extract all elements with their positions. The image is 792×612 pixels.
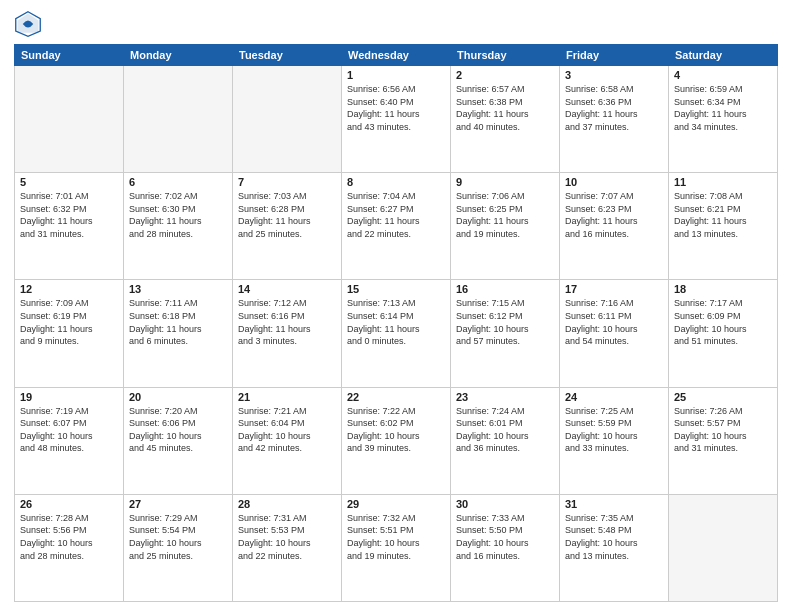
day-number: 21 <box>238 391 336 403</box>
day-info: Sunrise: 7:35 AM Sunset: 5:48 PM Dayligh… <box>565 512 663 562</box>
calendar-cell <box>15 66 124 173</box>
logo-icon <box>14 10 42 38</box>
page: SundayMondayTuesdayWednesdayThursdayFrid… <box>0 0 792 612</box>
day-number: 4 <box>674 69 772 81</box>
calendar-cell: 19Sunrise: 7:19 AM Sunset: 6:07 PM Dayli… <box>15 387 124 494</box>
day-info: Sunrise: 7:29 AM Sunset: 5:54 PM Dayligh… <box>129 512 227 562</box>
calendar-cell: 6Sunrise: 7:02 AM Sunset: 6:30 PM Daylig… <box>124 173 233 280</box>
calendar-cell: 26Sunrise: 7:28 AM Sunset: 5:56 PM Dayli… <box>15 494 124 601</box>
calendar-cell: 14Sunrise: 7:12 AM Sunset: 6:16 PM Dayli… <box>233 280 342 387</box>
day-number: 20 <box>129 391 227 403</box>
calendar-cell: 31Sunrise: 7:35 AM Sunset: 5:48 PM Dayli… <box>560 494 669 601</box>
day-number: 26 <box>20 498 118 510</box>
day-info: Sunrise: 7:06 AM Sunset: 6:25 PM Dayligh… <box>456 190 554 240</box>
day-info: Sunrise: 7:22 AM Sunset: 6:02 PM Dayligh… <box>347 405 445 455</box>
calendar-cell: 17Sunrise: 7:16 AM Sunset: 6:11 PM Dayli… <box>560 280 669 387</box>
calendar-cell: 25Sunrise: 7:26 AM Sunset: 5:57 PM Dayli… <box>669 387 778 494</box>
calendar-cell: 28Sunrise: 7:31 AM Sunset: 5:53 PM Dayli… <box>233 494 342 601</box>
day-info: Sunrise: 7:28 AM Sunset: 5:56 PM Dayligh… <box>20 512 118 562</box>
calendar-table: SundayMondayTuesdayWednesdayThursdayFrid… <box>14 44 778 602</box>
calendar-cell: 10Sunrise: 7:07 AM Sunset: 6:23 PM Dayli… <box>560 173 669 280</box>
calendar-cell: 12Sunrise: 7:09 AM Sunset: 6:19 PM Dayli… <box>15 280 124 387</box>
day-number: 3 <box>565 69 663 81</box>
day-info: Sunrise: 7:11 AM Sunset: 6:18 PM Dayligh… <box>129 297 227 347</box>
calendar-cell: 16Sunrise: 7:15 AM Sunset: 6:12 PM Dayli… <box>451 280 560 387</box>
day-info: Sunrise: 7:09 AM Sunset: 6:19 PM Dayligh… <box>20 297 118 347</box>
day-number: 17 <box>565 283 663 295</box>
weekday-header-wednesday: Wednesday <box>342 45 451 66</box>
header <box>14 10 778 38</box>
day-number: 23 <box>456 391 554 403</box>
day-number: 24 <box>565 391 663 403</box>
day-info: Sunrise: 6:59 AM Sunset: 6:34 PM Dayligh… <box>674 83 772 133</box>
day-info: Sunrise: 7:31 AM Sunset: 5:53 PM Dayligh… <box>238 512 336 562</box>
day-info: Sunrise: 7:15 AM Sunset: 6:12 PM Dayligh… <box>456 297 554 347</box>
day-info: Sunrise: 7:17 AM Sunset: 6:09 PM Dayligh… <box>674 297 772 347</box>
day-number: 10 <box>565 176 663 188</box>
day-number: 30 <box>456 498 554 510</box>
day-info: Sunrise: 7:01 AM Sunset: 6:32 PM Dayligh… <box>20 190 118 240</box>
calendar-week-row: 12Sunrise: 7:09 AM Sunset: 6:19 PM Dayli… <box>15 280 778 387</box>
day-info: Sunrise: 7:04 AM Sunset: 6:27 PM Dayligh… <box>347 190 445 240</box>
calendar-cell: 30Sunrise: 7:33 AM Sunset: 5:50 PM Dayli… <box>451 494 560 601</box>
weekday-header-tuesday: Tuesday <box>233 45 342 66</box>
calendar-cell: 20Sunrise: 7:20 AM Sunset: 6:06 PM Dayli… <box>124 387 233 494</box>
day-number: 7 <box>238 176 336 188</box>
calendar-week-row: 19Sunrise: 7:19 AM Sunset: 6:07 PM Dayli… <box>15 387 778 494</box>
calendar-cell <box>124 66 233 173</box>
day-number: 27 <box>129 498 227 510</box>
day-info: Sunrise: 6:57 AM Sunset: 6:38 PM Dayligh… <box>456 83 554 133</box>
calendar-cell: 13Sunrise: 7:11 AM Sunset: 6:18 PM Dayli… <box>124 280 233 387</box>
day-number: 5 <box>20 176 118 188</box>
calendar-cell: 29Sunrise: 7:32 AM Sunset: 5:51 PM Dayli… <box>342 494 451 601</box>
calendar-cell: 15Sunrise: 7:13 AM Sunset: 6:14 PM Dayli… <box>342 280 451 387</box>
day-number: 16 <box>456 283 554 295</box>
calendar-cell: 11Sunrise: 7:08 AM Sunset: 6:21 PM Dayli… <box>669 173 778 280</box>
day-number: 8 <box>347 176 445 188</box>
calendar-cell: 21Sunrise: 7:21 AM Sunset: 6:04 PM Dayli… <box>233 387 342 494</box>
calendar-week-row: 1Sunrise: 6:56 AM Sunset: 6:40 PM Daylig… <box>15 66 778 173</box>
day-info: Sunrise: 7:02 AM Sunset: 6:30 PM Dayligh… <box>129 190 227 240</box>
day-number: 14 <box>238 283 336 295</box>
day-number: 15 <box>347 283 445 295</box>
weekday-header-saturday: Saturday <box>669 45 778 66</box>
calendar-week-row: 5Sunrise: 7:01 AM Sunset: 6:32 PM Daylig… <box>15 173 778 280</box>
day-info: Sunrise: 7:08 AM Sunset: 6:21 PM Dayligh… <box>674 190 772 240</box>
calendar-cell: 22Sunrise: 7:22 AM Sunset: 6:02 PM Dayli… <box>342 387 451 494</box>
calendar-cell <box>669 494 778 601</box>
day-info: Sunrise: 7:07 AM Sunset: 6:23 PM Dayligh… <box>565 190 663 240</box>
day-info: Sunrise: 7:13 AM Sunset: 6:14 PM Dayligh… <box>347 297 445 347</box>
calendar-cell: 8Sunrise: 7:04 AM Sunset: 6:27 PM Daylig… <box>342 173 451 280</box>
day-info: Sunrise: 7:21 AM Sunset: 6:04 PM Dayligh… <box>238 405 336 455</box>
day-info: Sunrise: 7:20 AM Sunset: 6:06 PM Dayligh… <box>129 405 227 455</box>
day-number: 19 <box>20 391 118 403</box>
day-number: 11 <box>674 176 772 188</box>
weekday-header-thursday: Thursday <box>451 45 560 66</box>
calendar-cell: 18Sunrise: 7:17 AM Sunset: 6:09 PM Dayli… <box>669 280 778 387</box>
logo <box>14 10 46 38</box>
weekday-header-sunday: Sunday <box>15 45 124 66</box>
calendar-cell <box>233 66 342 173</box>
calendar-cell: 4Sunrise: 6:59 AM Sunset: 6:34 PM Daylig… <box>669 66 778 173</box>
day-info: Sunrise: 7:12 AM Sunset: 6:16 PM Dayligh… <box>238 297 336 347</box>
calendar-cell: 3Sunrise: 6:58 AM Sunset: 6:36 PM Daylig… <box>560 66 669 173</box>
day-info: Sunrise: 7:16 AM Sunset: 6:11 PM Dayligh… <box>565 297 663 347</box>
weekday-header-friday: Friday <box>560 45 669 66</box>
calendar-cell: 1Sunrise: 6:56 AM Sunset: 6:40 PM Daylig… <box>342 66 451 173</box>
day-info: Sunrise: 7:26 AM Sunset: 5:57 PM Dayligh… <box>674 405 772 455</box>
day-number: 28 <box>238 498 336 510</box>
day-info: Sunrise: 7:24 AM Sunset: 6:01 PM Dayligh… <box>456 405 554 455</box>
day-number: 1 <box>347 69 445 81</box>
calendar-cell: 7Sunrise: 7:03 AM Sunset: 6:28 PM Daylig… <box>233 173 342 280</box>
calendar-cell: 24Sunrise: 7:25 AM Sunset: 5:59 PM Dayli… <box>560 387 669 494</box>
calendar-cell: 23Sunrise: 7:24 AM Sunset: 6:01 PM Dayli… <box>451 387 560 494</box>
day-number: 18 <box>674 283 772 295</box>
calendar-cell: 27Sunrise: 7:29 AM Sunset: 5:54 PM Dayli… <box>124 494 233 601</box>
day-number: 29 <box>347 498 445 510</box>
day-number: 9 <box>456 176 554 188</box>
day-number: 31 <box>565 498 663 510</box>
day-info: Sunrise: 7:19 AM Sunset: 6:07 PM Dayligh… <box>20 405 118 455</box>
weekday-header-row: SundayMondayTuesdayWednesdayThursdayFrid… <box>15 45 778 66</box>
day-info: Sunrise: 7:25 AM Sunset: 5:59 PM Dayligh… <box>565 405 663 455</box>
day-number: 13 <box>129 283 227 295</box>
